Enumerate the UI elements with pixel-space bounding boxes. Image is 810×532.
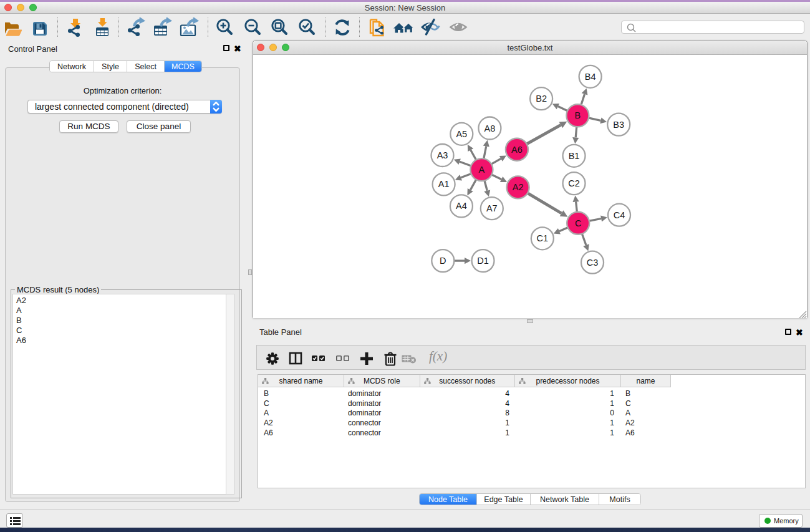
svg-text:B: B	[575, 110, 581, 120]
svg-text:C4: C4	[614, 210, 625, 220]
svg-text:A3: A3	[437, 150, 448, 160]
svg-text:A: A	[479, 165, 485, 175]
svg-text:A6: A6	[511, 145, 523, 155]
svg-text:C3: C3	[587, 258, 599, 268]
svg-text:A4: A4	[456, 201, 467, 211]
svg-text:A7: A7	[486, 203, 498, 213]
svg-text:C: C	[575, 218, 581, 228]
svg-text:C2: C2	[568, 178, 580, 188]
svg-text:C1: C1	[537, 233, 549, 243]
svg-text:A5: A5	[456, 129, 467, 139]
svg-text:B3: B3	[613, 120, 624, 130]
svg-text:A1: A1	[438, 179, 450, 189]
svg-text:B2: B2	[536, 94, 547, 104]
svg-text:B1: B1	[569, 151, 580, 161]
svg-text:D: D	[440, 256, 446, 266]
svg-text:A2: A2	[513, 182, 524, 192]
svg-text:B4: B4	[585, 72, 596, 82]
svg-text:D1: D1	[477, 256, 489, 266]
svg-text:A8: A8	[485, 123, 496, 133]
